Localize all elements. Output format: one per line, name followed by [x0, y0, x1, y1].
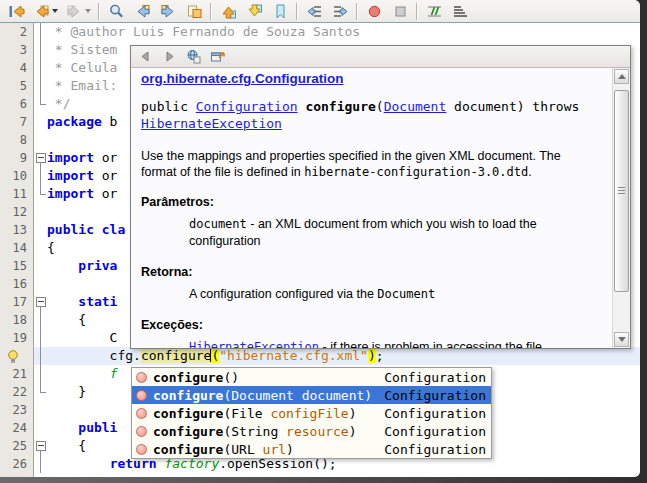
- text-segment: - if there is problem in accessing the f…: [319, 340, 546, 348]
- text-segment: * Celula: [47, 60, 117, 75]
- line-number: 26: [0, 455, 34, 473]
- text-segment: ): [349, 406, 357, 421]
- text-segment: [47, 294, 78, 309]
- toolbar-separator: [416, 3, 418, 20]
- line-number: 16: [0, 275, 34, 293]
- comment-icon: [426, 3, 443, 20]
- text-segment: resource: [286, 424, 349, 439]
- completion-item[interactable]: configure()Configuration: [132, 368, 491, 386]
- text-segment: {: [47, 312, 86, 327]
- text-segment[interactable]: Configuration: [196, 99, 298, 114]
- text-segment: configure: [153, 406, 223, 421]
- line-number: 9: [0, 149, 34, 167]
- show-in-browser-button[interactable]: [183, 47, 204, 66]
- text-segment: (: [376, 99, 384, 114]
- next-bookmark-button[interactable]: [241, 1, 267, 22]
- javadoc-section-title: Exceções:: [141, 317, 602, 333]
- completion-item[interactable]: configure(Document document)Configuratio…: [132, 386, 491, 404]
- fold-margin: [34, 473, 47, 477]
- find-selection-button[interactable]: [103, 1, 129, 22]
- previous-bookmark-button[interactable]: [215, 1, 241, 22]
- line-number: 7: [0, 113, 34, 131]
- completion-popup: configure()Configurationconfigure(Docume…: [131, 367, 492, 459]
- text-segment: or: [94, 150, 117, 165]
- collapse-box-icon[interactable]: [36, 153, 46, 163]
- line-number: 4: [0, 59, 34, 77]
- collapse-box-icon[interactable]: [36, 441, 46, 451]
- code-text[interactable]: cfg.configure("hibernate.cfg.xml");: [47, 347, 640, 365]
- scroll-up-button[interactable]: [614, 69, 629, 84]
- line-number: 15: [0, 257, 34, 275]
- fold-margin: [34, 167, 47, 185]
- hint-gutter-cell[interactable]: [0, 347, 34, 365]
- fold-margin: [34, 455, 47, 473]
- previous-bookmark-icon: [220, 3, 237, 20]
- completion-item[interactable]: configure(String resource)Configuration: [132, 422, 491, 440]
- jump-back-button[interactable]: [29, 1, 62, 22]
- method-icon: [136, 372, 147, 383]
- fold-margin: [34, 41, 47, 59]
- text-segment: [47, 456, 110, 471]
- text-segment: "hibernate.cfg.xml": [219, 348, 368, 363]
- text-segment: (String: [223, 424, 286, 439]
- code-editor[interactable]: 2 * @author Luis Fernando de Souza Santo…: [0, 23, 640, 477]
- completion-item[interactable]: configure(File configFile)Configuration: [132, 404, 491, 422]
- comment-button[interactable]: [421, 1, 447, 22]
- hint-bulb-icon[interactable]: [6, 349, 20, 364]
- dropdown-caret-icon[interactable]: [85, 9, 91, 13]
- text-segment: configure: [141, 348, 211, 363]
- jd-back-button[interactable]: [135, 47, 156, 66]
- text-segment: (File: [223, 406, 270, 421]
- text-segment: configure: [305, 99, 375, 114]
- fold-margin: [34, 23, 47, 41]
- code-text[interactable]: * @author Luis Fernando de Souza Santos: [47, 23, 640, 41]
- fold-toggle[interactable]: [34, 437, 47, 455]
- javadoc-content: org.hibernate.cfg.Configuration public C…: [131, 68, 612, 348]
- scrollbar-grip-icon: [618, 187, 625, 194]
- scroll-down-button[interactable]: [614, 332, 629, 347]
- text-segment[interactable]: Document: [384, 99, 447, 114]
- uncomment-button[interactable]: [447, 1, 473, 22]
- fold-toggle[interactable]: [34, 293, 47, 311]
- collapse-box-icon[interactable]: [36, 297, 46, 307]
- completion-item[interactable]: configure(URL url)Configuration: [132, 440, 491, 458]
- find-previous-button[interactable]: [129, 1, 155, 22]
- toolbar-separator: [210, 3, 212, 20]
- text-segment: (): [223, 370, 239, 385]
- fold-margin: [34, 131, 47, 149]
- javadoc-class-heading: org.hibernate.cfg.Configuration: [141, 71, 602, 86]
- text-segment: ): [368, 348, 376, 363]
- external-window-button[interactable]: [207, 47, 228, 66]
- toggle-highlight-search-button[interactable]: [181, 1, 207, 22]
- line-number: 8: [0, 131, 34, 149]
- text-segment: {: [47, 240, 55, 255]
- text-segment: configure: [153, 388, 223, 403]
- record-macro-button[interactable]: [361, 1, 387, 22]
- last-edit-location-button[interactable]: [3, 1, 29, 22]
- fold-toggle[interactable]: [34, 149, 47, 167]
- text-segment: [47, 258, 78, 273]
- toggle-highlight-search-icon: [186, 3, 203, 20]
- scrollbar-thumb[interactable]: [614, 90, 629, 292]
- shift-left-button[interactable]: [301, 1, 327, 22]
- fold-margin: [34, 221, 47, 239]
- javadoc-class-link[interactable]: org.hibernate.cfg.Configuration: [141, 71, 344, 86]
- text-segment: [47, 366, 110, 381]
- text-segment: Document: [377, 287, 435, 301]
- text-segment[interactable]: HibernateException: [189, 340, 319, 348]
- text-segment: url: [263, 442, 286, 457]
- dropdown-caret-icon[interactable]: [52, 9, 58, 13]
- shift-right-button[interactable]: [327, 1, 353, 22]
- text-segment: A configuration configured via the: [189, 287, 377, 301]
- text-segment: C: [47, 330, 117, 345]
- find-next-button[interactable]: [155, 1, 181, 22]
- stop-macro-button[interactable]: [387, 1, 413, 22]
- text-segment: hibernate-configuration-3.0.dtd: [304, 165, 528, 179]
- text-segment: * Sistem: [47, 42, 117, 57]
- fold-margin: [34, 77, 47, 95]
- javadoc-scrollbar[interactable]: [612, 68, 630, 348]
- window-frame: 2 * @author Luis Fernando de Souza Santo…: [0, 0, 647, 483]
- text-segment[interactable]: HibernateException: [141, 116, 282, 131]
- toggle-bookmark-button[interactable]: [267, 1, 293, 22]
- jd-forward-button[interactable]: [159, 47, 180, 66]
